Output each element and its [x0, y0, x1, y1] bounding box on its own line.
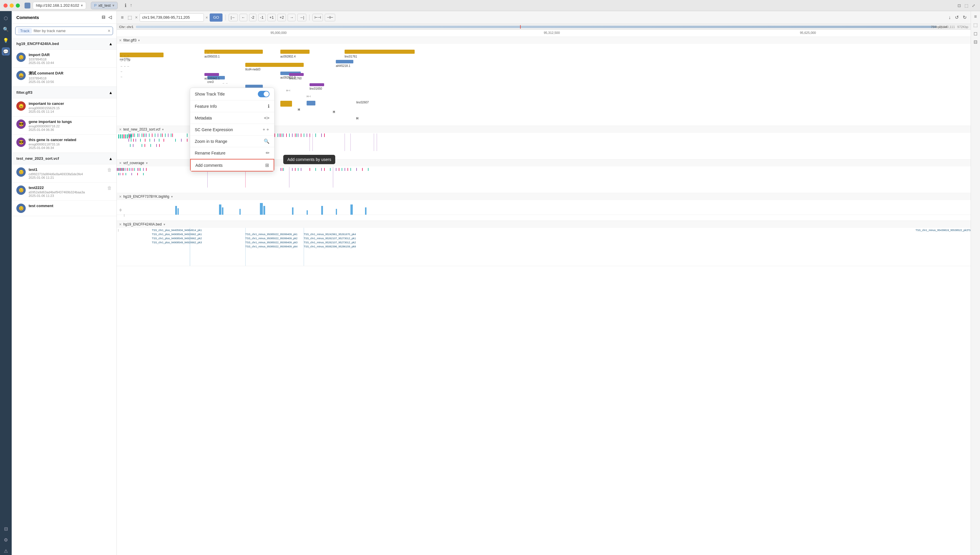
svg-rect-50	[151, 144, 151, 147]
bed-track-name: hg19_ENCFF424IIA.bed	[123, 222, 162, 226]
bed-yaxis-top: |	[118, 228, 118, 232]
url-bar[interactable]: http://192.168.1.202:6102 ▾	[33, 2, 86, 10]
download-btn[interactable]: ↓	[947, 14, 952, 21]
menu-item-feature-info[interactable]: Feature Info ℹ	[190, 101, 274, 112]
right-icon-2[interactable]: ⬚	[973, 22, 978, 28]
right-icon-4[interactable]: ⊟	[974, 39, 977, 45]
bigwig-track-close[interactable]: ×	[119, 194, 122, 199]
nav-plus2-btn[interactable]: +2	[277, 14, 286, 21]
close-button[interactable]	[3, 3, 8, 8]
gene-bar-tlcd4-rwdd3[interactable]	[245, 63, 304, 67]
bed-track-row: × hg19_ENCFF424IIA.bed ▾ TSS_chr1_plus_9…	[117, 221, 970, 266]
gff3-track-close[interactable]: ×	[119, 38, 122, 43]
bed-track-dropdown[interactable]: ▾	[163, 223, 165, 226]
search-icon[interactable]: 🔍	[2, 25, 10, 33]
show-track-title-toggle[interactable]	[258, 91, 269, 97]
share-icon[interactable]: ↑	[130, 3, 132, 8]
comment-body-1: import DAR 1037894518 2025-01-05 10:44	[29, 53, 112, 64]
bed-track-label: × hg19_ENCFF424IIA.bed ▾	[117, 221, 970, 228]
track-search-bar[interactable]: Track filter by track name ×	[15, 27, 113, 35]
alert-icon[interactable]: ⚠	[2, 547, 10, 555]
delete-comment-7[interactable]: 🗑	[107, 186, 112, 191]
nav-plus1-btn[interactable]: +1	[267, 14, 276, 21]
expand-btn[interactable]: ⊣⊢	[325, 14, 335, 21]
svg-rect-83	[120, 168, 121, 171]
bed-feature-tss-right: TSS_chr1_minus_95439819_95538522_pk1	[916, 228, 968, 232]
pip-icon[interactable]: ⬚	[964, 3, 968, 8]
svg-rect-43	[175, 139, 176, 142]
menu-item-metadata[interactable]: Metadata <>	[190, 112, 274, 124]
compress-btn[interactable]: ⊢⊣	[312, 14, 323, 21]
nav-icon[interactable]: ⬡	[2, 14, 10, 22]
track-tag: Track	[18, 28, 32, 34]
comment-id-2: 1037894518	[29, 77, 112, 80]
bigwig-track-dropdown[interactable]: ▾	[171, 195, 173, 199]
vcf-track-close-2[interactable]: ×	[119, 160, 122, 165]
select-icon-btn[interactable]: ⬚	[127, 14, 133, 21]
gff3-track-dropdown[interactable]: ▾	[138, 38, 140, 42]
tab-xtt-test[interactable]: P xtt_test ▾	[91, 2, 118, 10]
svg-rect-5	[137, 133, 138, 137]
svg-text:|: |	[124, 214, 124, 217]
nav-first-btn[interactable]: |←	[229, 14, 237, 21]
nav-next-btn[interactable]: →	[288, 14, 296, 21]
comments-icon[interactable]: 💬	[2, 47, 10, 56]
gene-bar-ac092802-4[interactable]	[280, 50, 309, 54]
url-dropdown-icon[interactable]: ▾	[81, 3, 83, 8]
menu-item-add-comments[interactable]: Add comments ⊞	[190, 159, 274, 172]
menu-item-rename-feature[interactable]: Rename Feature ✏	[190, 147, 274, 159]
maximize-button[interactable]	[16, 3, 20, 8]
section-hg19-bed-collapse[interactable]: ▴	[109, 41, 112, 47]
coordinate-input[interactable]	[139, 13, 204, 22]
vcf-track-dropdown-2[interactable]: ▾	[146, 161, 148, 165]
settings-icon[interactable]: ⚙	[2, 536, 10, 544]
search-clear-button[interactable]: ×	[108, 28, 110, 34]
menu-item-sc-gene-expression[interactable]: SC Gene Expression ⚬⚬	[190, 124, 274, 136]
filter-icon-btn[interactable]: ≡	[120, 14, 125, 21]
lightbulb-icon[interactable]: 💡	[2, 36, 10, 44]
gene-bar-linc01761[interactable]	[344, 50, 415, 54]
nav-last-btn[interactable]: →|	[297, 14, 306, 21]
gold-bar-right[interactable]	[280, 101, 292, 107]
gene-arrows-3: ← ← ←	[120, 65, 130, 68]
section-filter-gff3-collapse[interactable]: ▴	[109, 90, 112, 95]
coord-clear-btn[interactable]: ×	[206, 15, 208, 20]
vcf-track-dropdown-1[interactable]: ▾	[162, 128, 164, 132]
comments-panel: Comments ⊟ ◁ Track filter by track name …	[12, 11, 117, 555]
minimize-button[interactable]	[10, 3, 14, 8]
blue-bar-mid[interactable]	[307, 101, 315, 106]
delete-comment-6[interactable]: 🗑	[107, 167, 112, 173]
nav-minus2-btn[interactable]: -2	[249, 14, 257, 21]
gene-bar-al445218[interactable]	[336, 60, 353, 63]
section-hg19-bed-header[interactable]: hg19_ENCFF424IIA.bed ▴	[12, 38, 117, 50]
info-icon[interactable]: ℹ	[125, 3, 127, 8]
gene-bar-linc01760[interactable]	[289, 73, 304, 76]
bed-track-close[interactable]: ×	[119, 222, 122, 227]
nav-minus1-btn[interactable]: -1	[258, 14, 266, 21]
panel-icon[interactable]: ⊟	[102, 14, 106, 20]
right-icon-1[interactable]: ≡	[974, 14, 977, 19]
section-vcf-header[interactable]: test_new_2023_sort.vcf ▴	[12, 153, 117, 164]
section-vcf-collapse[interactable]: ▴	[109, 156, 112, 161]
undo-btn[interactable]: ↺	[954, 14, 960, 21]
right-icon-3[interactable]: ◻	[974, 30, 977, 36]
collapse-icon[interactable]: ◁	[108, 14, 112, 20]
section-filter-gff3-header[interactable]: filter.gff3 ▴	[12, 87, 117, 98]
tile-icon[interactable]: ⊡	[958, 3, 961, 8]
tab-dropdown-icon[interactable]: ▾	[112, 3, 114, 8]
comment-test-comment: 😊 test comment	[12, 201, 117, 216]
layers-icon[interactable]: ⊟	[2, 525, 10, 533]
coord-close-icon[interactable]: ×	[135, 15, 138, 20]
gene-bar-linc01650[interactable]	[309, 83, 324, 86]
vcf-track-close-1[interactable]: ×	[119, 127, 122, 132]
nav-prev-btn[interactable]: ←	[239, 14, 247, 21]
menu-item-zoom-in-range[interactable]: Zoom in to Range 🔍	[190, 136, 274, 147]
comment-text-7: test2222	[29, 186, 104, 190]
menu-item-show-track-title[interactable]: Show Track Title	[190, 88, 274, 101]
svg-rect-149	[336, 209, 337, 215]
gene-bar-ac105942[interactable]	[204, 73, 219, 76]
fullscreen-icon[interactable]: ⤢	[972, 3, 975, 8]
svg-rect-8	[143, 133, 144, 137]
redo-btn[interactable]: ↻	[962, 14, 968, 21]
go-button[interactable]: GO	[210, 13, 223, 22]
